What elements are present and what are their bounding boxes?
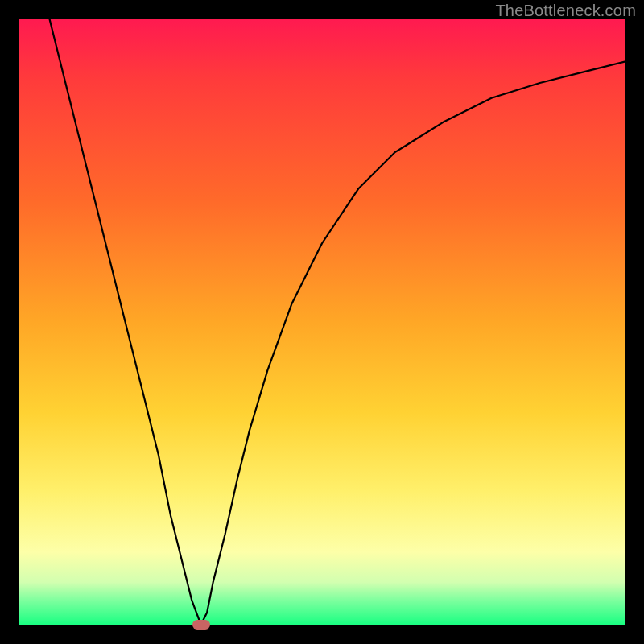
curve-svg	[19, 19, 625, 625]
watermark-text: TheBottleneck.com	[495, 2, 636, 20]
plot-area	[19, 19, 625, 625]
curve-line	[50, 19, 625, 625]
minimum-marker	[192, 620, 210, 630]
chart-frame: TheBottleneck.com	[0, 0, 644, 644]
